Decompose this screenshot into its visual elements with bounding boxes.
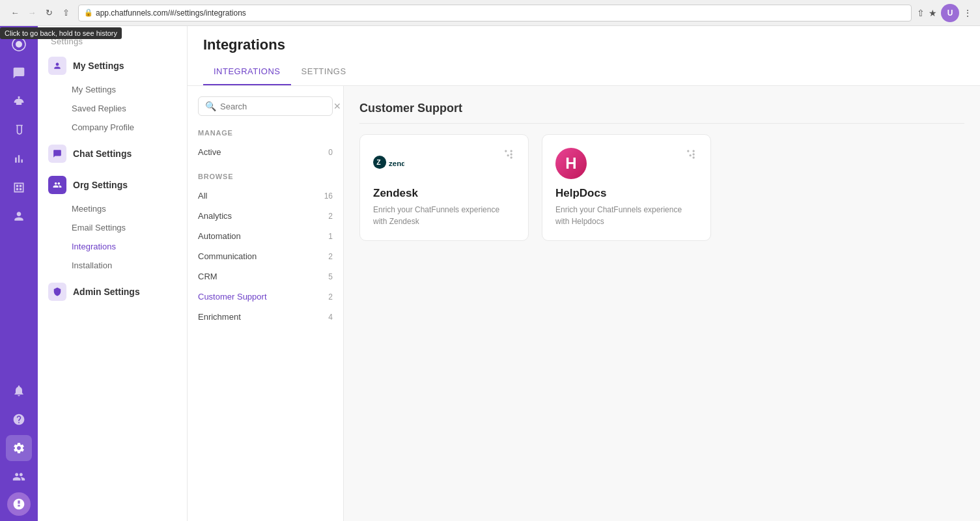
chat-settings-section: Chat Settings — [38, 139, 187, 168]
browse-section-title: BROWSE — [188, 170, 343, 186]
zendesk-desc: Enrich your ChatFunnels experience with … — [373, 204, 515, 227]
main-header: Integrations INTEGRATIONS SETTINGS — [188, 26, 980, 86]
svg-text:Z: Z — [376, 158, 381, 166]
cards-grid: zendeskZ Zendesk Enrich your ChatFunnels… — [359, 134, 964, 241]
menu-button[interactable]: ⋮ — [963, 8, 972, 18]
helpdocs-card-header: H — [555, 148, 697, 179]
rail-help-icon[interactable] — [6, 406, 32, 432]
browser-tooltip: Click to go back, hold to see history — [0, 27, 122, 39]
zendesk-name: Zendesk — [373, 187, 515, 200]
zendesk-logo: zendeskZ — [373, 148, 404, 179]
zendesk-settings-icon[interactable] — [502, 148, 515, 164]
reload-button[interactable]: ↻ — [42, 6, 56, 20]
helpdocs-logo: H — [555, 148, 587, 179]
zendesk-card-header: zendeskZ — [373, 148, 515, 179]
category-title: Customer Support — [359, 102, 964, 124]
filter-item-automation[interactable]: Automation 1 — [188, 226, 343, 246]
nav-buttons: ← → ↻ ⇧ — [8, 6, 73, 20]
user-profile-avatar[interactable] — [7, 492, 31, 516]
filter-item-communication[interactable]: Communication 2 — [188, 246, 343, 266]
helpdocs-settings-icon[interactable] — [684, 148, 697, 164]
my-settings-header[interactable]: My Settings — [38, 51, 187, 80]
rail-settings-icon[interactable] — [6, 435, 32, 461]
org-settings-header[interactable]: Org Settings — [38, 171, 187, 199]
search-icon: 🔍 — [205, 101, 216, 111]
integration-card-helpdocs[interactable]: H HelpDocs Enrich your ChatFunnels exper… — [542, 134, 711, 241]
manage-section-title: MANAGE — [188, 126, 343, 142]
admin-settings-section: Admin Settings — [38, 277, 187, 306]
share-button[interactable]: ⇧ — [917, 8, 925, 18]
rail-chart-icon[interactable] — [6, 146, 32, 172]
browser-chrome: Click to go back, hold to see history ← … — [0, 0, 980, 26]
rail-notification-icon[interactable] — [6, 378, 32, 404]
forward-button[interactable]: → — [25, 6, 39, 20]
svg-point-1 — [16, 41, 22, 48]
lock-icon: 🔒 — [84, 8, 93, 17]
org-settings-section: Org Settings Meetings Email Settings Int… — [38, 171, 187, 275]
sidebar-item-company-profile[interactable]: Company Profile — [38, 118, 187, 137]
search-input[interactable] — [220, 102, 329, 111]
filter-item-crm[interactable]: CRM 5 — [188, 266, 343, 287]
chat-settings-header[interactable]: Chat Settings — [38, 139, 187, 168]
settings-sidebar: Settings My Settings My Settings Saved R… — [38, 26, 188, 521]
admin-settings-icon — [48, 283, 66, 301]
address-bar[interactable]: 🔒 app.chatfunnels.com/#/settings/integra… — [78, 5, 912, 21]
browser-actions: ⇧ ★ U ⋮ — [917, 4, 972, 22]
integrations-area: Customer Support zendeskZ Zendesk — [344, 86, 980, 521]
sidebar-item-integrations[interactable]: Integrations — [38, 237, 187, 256]
filter-item-active[interactable]: Active 0 — [188, 142, 343, 162]
filter-item-enrichment[interactable]: Enrichment 4 — [188, 307, 343, 327]
svg-text:zendesk: zendesk — [389, 160, 404, 167]
search-box[interactable]: 🔍 ✕ — [198, 96, 333, 116]
icon-rail — [0, 26, 38, 521]
rail-people-icon[interactable] — [6, 203, 32, 229]
search-clear-icon[interactable]: ✕ — [333, 101, 341, 111]
back-button[interactable]: ← — [8, 6, 22, 20]
rail-users-icon[interactable] — [6, 464, 32, 490]
bookmark-button[interactable]: ★ — [929, 8, 937, 18]
my-settings-icon — [48, 57, 66, 75]
rail-bot-icon[interactable] — [6, 89, 32, 115]
filter-item-customer-support[interactable]: Customer Support 2 — [188, 287, 343, 307]
tab-settings[interactable]: SETTINGS — [291, 61, 357, 85]
sidebar-item-meetings[interactable]: Meetings — [38, 199, 187, 218]
filter-item-analytics[interactable]: Analytics 2 — [188, 206, 343, 226]
home-button[interactable]: ⇧ — [59, 6, 73, 20]
tab-integrations[interactable]: INTEGRATIONS — [203, 61, 291, 85]
integration-card-zendesk[interactable]: zendeskZ Zendesk Enrich your ChatFunnels… — [359, 134, 529, 241]
sidebar-item-email-settings[interactable]: Email Settings — [38, 218, 187, 237]
my-settings-section: My Settings My Settings Saved Replies Co… — [38, 51, 187, 137]
admin-settings-header[interactable]: Admin Settings — [38, 277, 187, 306]
org-settings-icon — [48, 176, 66, 194]
helpdocs-desc: Enrich your ChatFunnels experience with … — [555, 204, 697, 227]
filter-item-all[interactable]: All 16 — [188, 186, 343, 206]
sidebar-item-my-settings[interactable]: My Settings — [38, 80, 187, 99]
chat-settings-icon — [48, 145, 66, 163]
tabs: INTEGRATIONS SETTINGS — [203, 61, 964, 85]
page-title: Integrations — [203, 36, 964, 53]
app-container: Settings My Settings My Settings Saved R… — [0, 26, 980, 521]
sidebar-item-installation[interactable]: Installation — [38, 256, 187, 275]
main-content: Integrations INTEGRATIONS SETTINGS 🔍 ✕ M… — [188, 26, 980, 521]
rail-lab-icon[interactable] — [6, 117, 32, 143]
content-body: 🔍 ✕ MANAGE Active 0 BROWSE All 16 Analyt… — [188, 86, 980, 521]
rail-table-icon[interactable] — [6, 175, 32, 201]
user-avatar[interactable]: U — [941, 4, 959, 22]
helpdocs-name: HelpDocs — [555, 187, 697, 200]
rail-chat-icon[interactable] — [6, 60, 32, 86]
filter-sidebar: 🔍 ✕ MANAGE Active 0 BROWSE All 16 Analyt… — [188, 86, 344, 521]
sidebar-item-saved-replies[interactable]: Saved Replies — [38, 99, 187, 118]
